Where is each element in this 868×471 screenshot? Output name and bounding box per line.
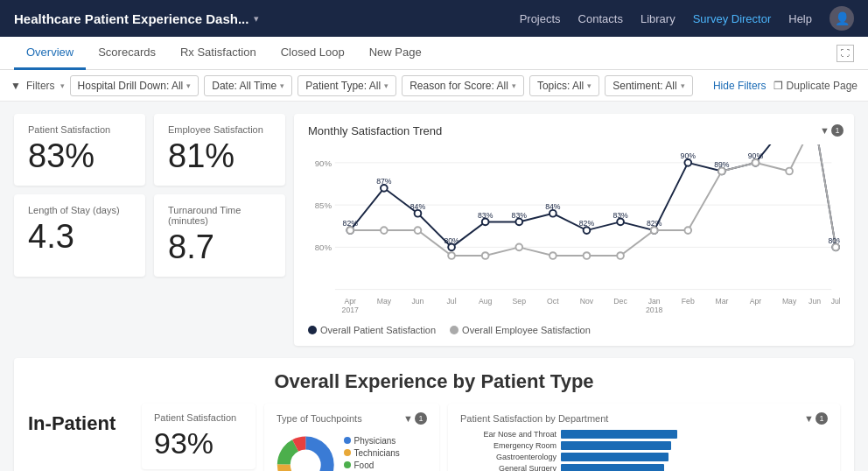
- dept-bar-row: Ear Nose and Throat: [460, 430, 828, 439]
- title-caret[interactable]: ▾: [254, 13, 259, 25]
- duplicate-icon: ❐: [774, 80, 783, 92]
- filter-reason[interactable]: Reason for Score: All ▾: [402, 75, 524, 96]
- donut-chart: [276, 430, 335, 471]
- patient-dot-2: [415, 210, 422, 217]
- filter-sentiment[interactable]: Sentiment: All ▾: [605, 75, 692, 96]
- touchpoints-title: Type of Touchpoints ▼ 1: [276, 412, 427, 425]
- patient-dot-7: [584, 227, 591, 234]
- funnel-icon: ▼: [820, 125, 830, 136]
- tab-overview[interactable]: Overview: [14, 37, 86, 70]
- svg-text:82%: 82%: [647, 219, 662, 228]
- sub-nav: Overview Scorecards Rx Satisfaction Clos…: [0, 37, 868, 70]
- main-content: Patient Satisfaction 83% Employee Satisf…: [0, 102, 868, 471]
- dept-title: Patient Satisfaction by Department ▼ 1: [460, 412, 828, 425]
- filter-bar-right: Hide Filters ❐ Duplicate Page: [713, 80, 858, 92]
- length-of-stay-label: Length of Stay (days): [28, 205, 131, 215]
- overall-title: Overall Experience by Patient Type: [28, 370, 840, 393]
- svg-text:80%: 80%: [444, 236, 459, 245]
- patient-dot-8: [617, 219, 624, 226]
- trend-filter-icon[interactable]: ▼ 1: [820, 124, 844, 137]
- svg-text:90%: 90%: [315, 158, 332, 168]
- svg-text:Apr: Apr: [345, 297, 357, 306]
- fullscreen-icon[interactable]: ⛶: [836, 45, 854, 62]
- svg-text:Apr: Apr: [750, 297, 762, 306]
- inpatient-label: In-Patient: [28, 404, 133, 435]
- patient-dot-10: [684, 159, 691, 166]
- duplicate-button[interactable]: ❐ Duplicate Page: [774, 80, 858, 92]
- legend-patient: Overall Patient Satisfaction: [308, 325, 436, 335]
- svg-text:84%: 84%: [545, 202, 561, 211]
- dept-section: Patient Satisfaction by Department ▼ 1 E…: [448, 404, 840, 471]
- employee-dot-9: [651, 227, 658, 234]
- employee-satisfaction-value: 81%: [168, 138, 271, 175]
- patient-dot-6: [550, 210, 556, 217]
- dept-bar-row: Gastroenterology: [460, 453, 828, 461]
- svg-text:80%: 80%: [315, 243, 332, 252]
- user-avatar[interactable]: 👤: [830, 6, 854, 31]
- projects-link[interactable]: Projects: [520, 12, 561, 25]
- patient-satisfaction-card: Patient Satisfaction 83%: [14, 114, 145, 186]
- employee-dot-8: [617, 252, 624, 259]
- trend-title: Monthly Satisfaction Trend: [308, 124, 840, 137]
- overall-section: Overall Experience by Patient Type In-Pa…: [14, 358, 854, 471]
- svg-text:82%: 82%: [343, 219, 359, 228]
- inpatient-satisfaction-card: Patient Satisfaction 93%: [142, 404, 256, 469]
- svg-text:83%: 83%: [612, 211, 628, 220]
- employee-dot-15: [832, 244, 839, 251]
- turnaround-time-value: 8.7: [168, 229, 271, 266]
- chart-legend: Overall Patient Satisfaction Overall Emp…: [308, 325, 840, 335]
- contacts-link[interactable]: Contacts: [578, 12, 623, 25]
- filter-date[interactable]: Date: All Time ▾: [204, 75, 292, 96]
- legend-employee: Overall Employee Satisfaction: [450, 325, 591, 335]
- turnaround-time-label: Turnaround Time (minutes): [168, 205, 271, 226]
- svg-text:2018: 2018: [646, 306, 662, 314]
- employee-dot-10: [684, 227, 691, 234]
- sub-nav-right: ⛶: [836, 45, 854, 62]
- employee-dot-11: [718, 168, 725, 175]
- employee-dot-3: [448, 252, 455, 259]
- survey-director-link[interactable]: Survey Director: [693, 12, 772, 25]
- filter-hospital-caret: ▾: [186, 81, 191, 90]
- dept-filter-icon: ▼ 1: [804, 412, 828, 425]
- svg-text:Sep: Sep: [513, 297, 527, 306]
- funnel-icon-dept: ▼: [804, 413, 814, 424]
- filter-reason-caret: ▾: [512, 81, 516, 90]
- dot-physicians: [344, 437, 351, 444]
- filter-icon: ▼: [10, 80, 21, 92]
- employee-dot-7: [584, 252, 591, 259]
- donut-legend-physicians: Physicians: [344, 436, 427, 446]
- patient-satisfaction-value: 83%: [28, 138, 131, 175]
- library-link[interactable]: Library: [640, 12, 676, 25]
- legend-employee-dot: [450, 326, 458, 334]
- tab-new-page[interactable]: New Page: [357, 37, 434, 70]
- turnaround-time-card: Turnaround Time (minutes) 8.7: [154, 194, 285, 277]
- donut-legend-technicians: Technicians: [344, 448, 427, 458]
- svg-text:Jul: Jul: [831, 297, 840, 306]
- employee-dot-4: [482, 252, 489, 259]
- filter-hospital[interactable]: Hospital Drill Down: All ▾: [70, 75, 200, 96]
- tab-closed-loop[interactable]: Closed Loop: [269, 37, 357, 70]
- svg-text:85%: 85%: [315, 200, 332, 210]
- svg-text:Aug: Aug: [479, 297, 493, 306]
- patient-dot-5: [515, 219, 522, 226]
- patient-dot-4: [482, 219, 489, 226]
- svg-text:80%: 80%: [828, 236, 840, 245]
- help-link[interactable]: Help: [788, 12, 812, 25]
- funnel-icon-touchpoints: ▼: [403, 413, 413, 424]
- filter-patient-type[interactable]: Patient Type: All ▾: [298, 75, 396, 96]
- donut-legend-food: Food: [344, 460, 427, 470]
- hide-filters-button[interactable]: Hide Filters: [713, 80, 766, 92]
- employee-dot-6: [550, 252, 556, 259]
- user-icon: 👤: [835, 11, 850, 25]
- dept-bar: [561, 464, 664, 471]
- tab-scorecards[interactable]: Scorecards: [86, 37, 168, 70]
- filters-label: Filters: [26, 80, 55, 92]
- svg-text:84%: 84%: [410, 202, 426, 211]
- svg-text:82%: 82%: [579, 219, 595, 228]
- tab-rx-satisfaction[interactable]: Rx Satisfaction: [168, 37, 269, 70]
- legend-patient-dot: [308, 326, 317, 334]
- svg-text:2017: 2017: [342, 306, 359, 314]
- filter-topics[interactable]: Topics: All ▾: [529, 75, 599, 96]
- dept-label: General Surgery: [460, 464, 556, 471]
- length-of-stay-value: 4.3: [28, 219, 131, 256]
